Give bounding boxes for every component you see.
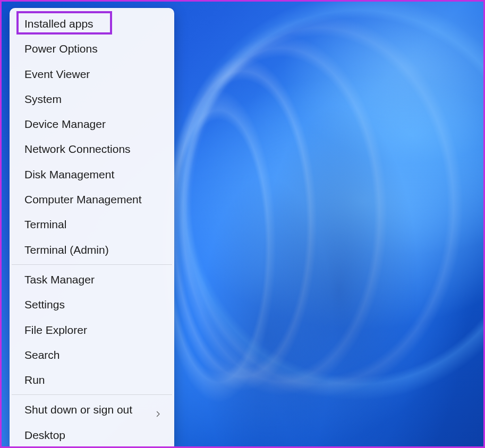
menu-item-label: Network Connections: [24, 142, 131, 156]
menu-item-task-manager[interactable]: Task Manager: [12, 267, 172, 292]
chevron-right-icon: [155, 406, 163, 413]
menu-item-power-options[interactable]: Power Options: [12, 36, 172, 61]
menu-item-label: Event Viewer: [24, 67, 90, 81]
menu-item-label: Disk Management: [24, 167, 114, 182]
menu-item-label: System: [24, 92, 62, 106]
menu-item-label: Desktop: [24, 428, 65, 442]
menu-item-label: Power Options: [24, 41, 98, 56]
menu-item-shutdown-signout[interactable]: Shut down or sign out: [12, 397, 172, 422]
menu-item-label: Run: [24, 373, 45, 387]
menu-item-run[interactable]: Run: [12, 367, 172, 392]
menu-item-desktop[interactable]: Desktop: [12, 423, 172, 447]
menu-item-computer-management[interactable]: Computer Management: [12, 187, 172, 212]
menu-item-label: Task Manager: [24, 272, 95, 287]
menu-separator: [12, 264, 172, 265]
winx-power-user-menu: Installed apps Power Options Event Viewe…: [10, 8, 174, 448]
menu-separator: [12, 394, 172, 395]
menu-item-label: Device Manager: [24, 117, 106, 131]
menu-item-label: Installed apps: [24, 16, 93, 31]
menu-item-system[interactable]: System: [12, 87, 172, 111]
menu-item-label: Computer Management: [24, 192, 142, 206]
menu-item-label: Terminal: [24, 217, 66, 231]
menu-item-file-explorer[interactable]: File Explorer: [12, 317, 172, 342]
menu-item-settings[interactable]: Settings: [12, 292, 172, 317]
menu-item-disk-management[interactable]: Disk Management: [12, 162, 172, 187]
menu-item-label: File Explorer: [24, 323, 87, 337]
menu-item-label: Shut down or sign out: [24, 402, 132, 417]
menu-item-network-connections[interactable]: Network Connections: [12, 136, 172, 161]
menu-item-label: Settings: [24, 297, 65, 312]
menu-item-label: Terminal (Admin): [24, 243, 109, 257]
menu-item-installed-apps[interactable]: Installed apps: [12, 11, 172, 36]
menu-item-terminal[interactable]: Terminal: [12, 212, 172, 237]
menu-item-label: Search: [24, 348, 60, 362]
menu-item-terminal-admin[interactable]: Terminal (Admin): [12, 237, 172, 262]
menu-item-search[interactable]: Search: [12, 342, 172, 367]
menu-item-device-manager[interactable]: Device Manager: [12, 111, 172, 136]
menu-item-event-viewer[interactable]: Event Viewer: [12, 62, 172, 87]
